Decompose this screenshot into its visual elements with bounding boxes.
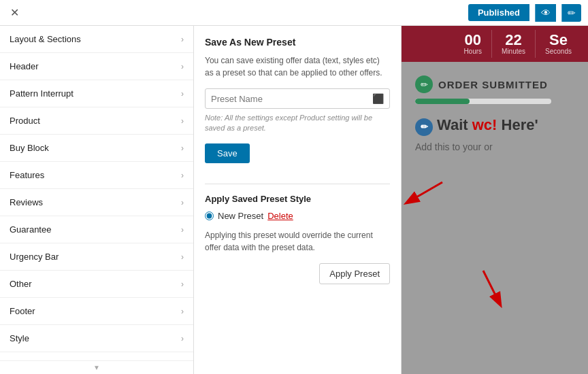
pencil-icon-2: ✏	[415, 118, 433, 136]
edit-button[interactable]: ✏	[561, 4, 581, 22]
chevron-icon: ›	[181, 62, 184, 71]
sidebar-item-style[interactable]: Style ›	[0, 325, 193, 352]
wait-heading: ✏Wait wc! Here'	[415, 116, 538, 136]
panel-title: Save As New Preset	[205, 37, 390, 48]
pencil-icon: ✏	[415, 75, 433, 93]
wc-text: wc!	[472, 116, 497, 133]
sidebar-item-product[interactable]: Product ›	[0, 107, 193, 135]
timer-bar: 00 Hours 22 Minutes Se Seconds	[402, 26, 588, 62]
preset-name-input[interactable]	[211, 94, 372, 104]
seconds-block: Se Seconds	[536, 30, 581, 58]
chevron-icon: ›	[181, 171, 184, 180]
minutes-block: 22 Minutes	[492, 30, 536, 58]
sidebar-item-urgency-bar[interactable]: Urgency Bar ›	[0, 243, 193, 271]
sidebar-item-features[interactable]: Features ›	[0, 162, 193, 189]
sidebar-item-other[interactable]: Other ›	[0, 271, 193, 298]
progress-bar	[415, 99, 551, 104]
new-preset-radio[interactable]	[205, 211, 214, 220]
chevron-icon: ›	[181, 143, 184, 153]
chevron-icon: ›	[181, 35, 184, 44]
minutes-label: Minutes	[502, 48, 525, 55]
hours-label: Hours	[463, 48, 482, 55]
seconds-label: Seconds	[545, 48, 572, 55]
apply-section-title: Apply Saved Preset Style	[205, 194, 390, 204]
svg-line-2	[407, 182, 442, 203]
panel-note: Note: All the settings except Product se…	[205, 113, 390, 134]
delete-preset-link[interactable]: Delete	[267, 211, 293, 221]
sidebar-item-pattern-interrupt[interactable]: Pattern Interrupt ›	[0, 80, 193, 107]
sidebar-item-layout-sections[interactable]: Layout & Sections ›	[0, 26, 193, 53]
seconds-value: Se	[545, 33, 572, 48]
divider	[205, 184, 390, 184]
order-submitted-row: ✏ ORDER SUBMITTED	[415, 75, 548, 93]
main-area: Layout & Sections › Header › Pattern Int…	[0, 26, 588, 374]
preset-panel: Save As New Preset You can save existing…	[194, 26, 402, 374]
add-text: Add this to your or	[415, 141, 493, 152]
sidebar: Layout & Sections › Header › Pattern Int…	[0, 26, 194, 374]
apply-description: Applying this preset would override the …	[205, 229, 390, 254]
apply-preset-button[interactable]: Apply Preset	[319, 263, 390, 284]
scroll-indicator: ▼	[0, 360, 193, 374]
chevron-icon: ›	[181, 252, 184, 262]
sidebar-item-reviews[interactable]: Reviews ›	[0, 189, 193, 216]
save-preset-button[interactable]: Save	[205, 143, 250, 163]
published-button[interactable]: Published	[468, 4, 529, 21]
new-preset-label: New Preset	[218, 211, 263, 221]
chevron-icon: ›	[181, 116, 184, 126]
top-bar: ✕ Published 👁 ✏	[0, 0, 588, 26]
order-submitted-label: ORDER SUBMITTED	[438, 79, 548, 90]
hours-value: 00	[463, 33, 482, 48]
preview-area: 00 Hours 22 Minutes Se Seconds ✏ ORDER S…	[402, 26, 588, 374]
chevron-icon: ›	[181, 89, 184, 99]
chevron-icon: ›	[181, 307, 184, 316]
sidebar-item-buy-block[interactable]: Buy Block ›	[0, 135, 193, 162]
save-icon: ⬛	[372, 93, 384, 104]
preset-name-field-wrap[interactable]: ⬛	[205, 88, 390, 109]
preview-button[interactable]: 👁	[535, 4, 556, 22]
progress-fill	[415, 99, 470, 104]
close-button[interactable]: ✕	[7, 5, 22, 20]
sidebar-item-footer[interactable]: Footer ›	[0, 298, 193, 325]
chevron-icon: ›	[181, 225, 184, 235]
chevron-icon: ›	[181, 334, 184, 343]
preview-content: ✏ ORDER SUBMITTED ✏Wait wc! Here' Add th…	[402, 62, 588, 152]
preset-radio-row: New Preset Delete	[205, 211, 390, 221]
chevron-icon: ›	[181, 279, 184, 289]
apply-button-wrap: Apply Preset	[205, 263, 390, 284]
panel-description: You can save existing offer data (text, …	[205, 54, 390, 79]
svg-line-3	[483, 271, 500, 305]
chevron-icon: ›	[181, 198, 184, 207]
sidebar-item-guarantee[interactable]: Guarantee ›	[0, 216, 193, 243]
minutes-value: 22	[502, 33, 525, 48]
hours-block: 00 Hours	[454, 30, 492, 58]
sidebar-item-header[interactable]: Header ›	[0, 53, 193, 80]
